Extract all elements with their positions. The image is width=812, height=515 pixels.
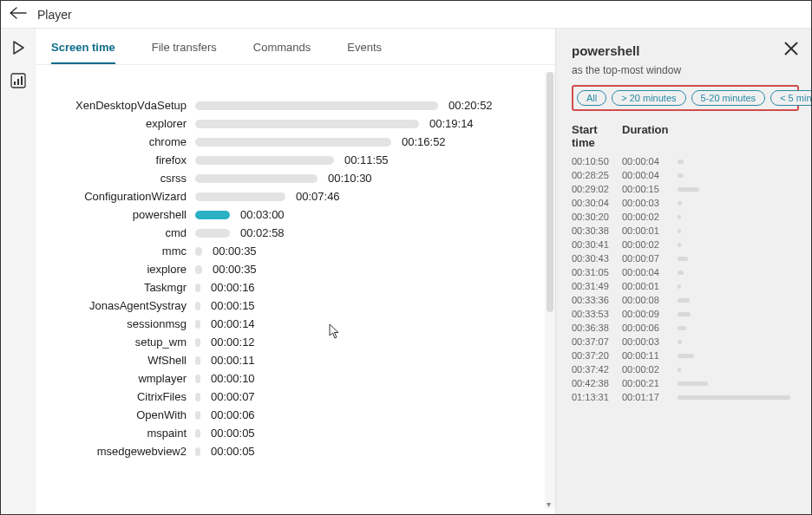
app-row[interactable]: WfShell00:00:11 <box>46 351 545 369</box>
scrollbar-down-icon[interactable]: ▾ <box>547 499 551 509</box>
tab-file-transfers[interactable]: File transfers <box>152 41 217 64</box>
duration-bar[interactable] <box>195 174 318 183</box>
duration-bar[interactable] <box>195 375 200 383</box>
filter-pill[interactable]: > 20 minutes <box>612 90 685 106</box>
app-row[interactable]: mmc00:00:35 <box>46 242 545 260</box>
app-row[interactable]: firefox00:11:55 <box>46 151 545 169</box>
occurrence-row[interactable]: 00:30:4300:00:07 <box>572 251 799 265</box>
occurrence-row[interactable]: 00:30:2000:00:02 <box>572 210 799 224</box>
occurrence-duration: 00:00:11 <box>622 350 676 361</box>
filter-pill[interactable]: All <box>577 90 606 106</box>
duration-bar[interactable] <box>195 138 391 147</box>
filter-pill[interactable]: 5-20 minutes <box>691 90 766 106</box>
occurrence-duration: 00:00:07 <box>622 253 676 264</box>
app-row[interactable]: setup_wm00:00:12 <box>46 333 545 351</box>
occurrence-row[interactable]: 00:33:5300:00:09 <box>572 307 799 321</box>
duration-bar[interactable] <box>195 447 200 456</box>
duration-bar[interactable] <box>195 192 285 201</box>
occurrence-row[interactable]: 00:36:3800:00:06 <box>572 321 799 335</box>
play-icon[interactable] <box>8 37 29 58</box>
app-row[interactable]: sessionmsg00:00:14 <box>46 315 545 333</box>
occurrence-bar <box>678 271 684 275</box>
occurrence-row[interactable]: 00:30:3800:00:01 <box>572 224 799 238</box>
app-row[interactable]: iexplore00:00:35 <box>46 260 545 278</box>
occurrence-start: 00:29:02 <box>572 184 622 194</box>
app-row[interactable]: msedgewebview200:00:05 <box>46 442 545 460</box>
duration-label: 00:19:14 <box>429 117 474 130</box>
occurrence-row[interactable]: 00:28:2500:00:04 <box>572 168 799 182</box>
tab-commands[interactable]: Commands <box>253 41 311 64</box>
occurrence-row[interactable]: 00:33:3600:00:08 <box>572 293 799 307</box>
sidepanel-title: powershell <box>572 43 639 58</box>
duration-bar[interactable] <box>195 101 438 110</box>
duration-label: 00:00:14 <box>211 317 255 330</box>
occurrence-row[interactable]: 01:13:3100:01:17 <box>572 390 799 404</box>
app-row[interactable]: OpenWith00:00:06 <box>46 406 545 424</box>
duration-label: 00:00:16 <box>211 281 255 294</box>
tab-screen-time[interactable]: Screen time <box>51 41 115 64</box>
duration-bar[interactable] <box>195 320 200 329</box>
app-row[interactable]: csrss00:10:30 <box>46 169 545 187</box>
occurrence-bar <box>678 201 682 205</box>
app-name-label: csrss <box>46 172 195 185</box>
close-icon[interactable] <box>783 41 799 61</box>
occurrence-bar <box>678 354 694 358</box>
scrollbar-thumb[interactable] <box>547 72 553 312</box>
tab-events[interactable]: Events <box>347 41 382 64</box>
occurrence-row[interactable]: 00:10:5000:00:04 <box>572 154 799 168</box>
duration-bar[interactable] <box>195 411 200 420</box>
back-arrow-icon[interactable] <box>10 5 27 23</box>
app-name-label: JonasAgentSystray <box>46 299 195 312</box>
occurrence-duration: 00:00:01 <box>622 225 676 236</box>
duration-bar[interactable] <box>195 247 202 256</box>
occurrence-row[interactable]: 00:31:4900:00:01 <box>572 279 799 293</box>
app-row[interactable]: ConfigurationWizard00:07:46 <box>46 187 545 205</box>
app-row[interactable]: CitrixFiles00:00:07 <box>46 388 545 406</box>
duration-label: 00:02:58 <box>240 226 285 239</box>
occurrence-start: 00:30:04 <box>572 198 622 208</box>
duration-bar[interactable] <box>195 265 202 274</box>
app-row[interactable]: mspaint00:00:05 <box>46 424 545 442</box>
duration-bar[interactable] <box>195 356 200 365</box>
occurrence-row[interactable]: 00:30:0400:00:03 <box>572 196 799 210</box>
app-row[interactable]: wmplayer00:00:10 <box>46 369 545 388</box>
title-bar: Player <box>1 1 811 29</box>
duration-bar[interactable] <box>195 393 200 401</box>
occurrence-start: 01:13:31 <box>572 392 622 402</box>
app-name-label: chrome <box>46 135 195 148</box>
duration-label: 00:00:06 <box>211 408 255 421</box>
occurrence-row[interactable]: 00:30:4100:00:02 <box>572 238 799 251</box>
duration-bar[interactable] <box>195 338 200 347</box>
duration-bar[interactable] <box>195 120 419 128</box>
chart-panel-icon[interactable] <box>8 70 29 91</box>
occurrence-bar <box>678 243 681 247</box>
occurrence-row[interactable]: 00:37:0700:00:03 <box>572 335 799 349</box>
app-row[interactable]: cmd00:02:58 <box>46 224 545 242</box>
app-name-label: mspaint <box>46 427 195 440</box>
occurrence-row[interactable]: 00:31:0500:00:04 <box>572 265 799 279</box>
duration-filter-pills: All> 20 minutes5-20 minutes< 5 minutes <box>572 85 799 111</box>
occurrence-row[interactable]: 00:37:4200:00:02 <box>572 362 799 376</box>
app-row[interactable]: powershell00:03:00 <box>46 205 545 224</box>
filter-pill[interactable]: < 5 minutes <box>770 90 811 106</box>
app-row[interactable]: XenDesktopVdaSetup00:20:52 <box>46 96 545 114</box>
app-name-label: powershell <box>46 208 195 221</box>
scrollbar-track[interactable]: ▾ <box>545 72 555 509</box>
app-row[interactable]: chrome00:16:52 <box>46 133 545 151</box>
duration-bar[interactable] <box>195 302 200 310</box>
app-row[interactable]: JonasAgentSystray00:00:15 <box>46 297 545 315</box>
occurrence-row[interactable]: 00:37:2000:00:11 <box>572 349 799 362</box>
page-title: Player <box>37 8 72 22</box>
app-row[interactable]: Taskmgr00:00:16 <box>46 278 545 297</box>
duration-bar[interactable] <box>195 211 230 219</box>
occurrence-duration: 00:00:04 <box>622 156 676 166</box>
occurrence-row[interactable]: 00:42:3800:00:21 <box>572 376 799 390</box>
occurrence-row[interactable]: 00:29:0200:00:15 <box>572 182 799 196</box>
app-row[interactable]: explorer00:19:14 <box>46 114 545 133</box>
duration-bar[interactable] <box>195 284 200 292</box>
occurrence-duration: 00:00:04 <box>622 170 676 180</box>
duration-bar[interactable] <box>195 229 230 238</box>
duration-bar[interactable] <box>195 156 334 165</box>
app-name-label: ConfigurationWizard <box>46 190 195 203</box>
duration-bar[interactable] <box>195 429 200 438</box>
